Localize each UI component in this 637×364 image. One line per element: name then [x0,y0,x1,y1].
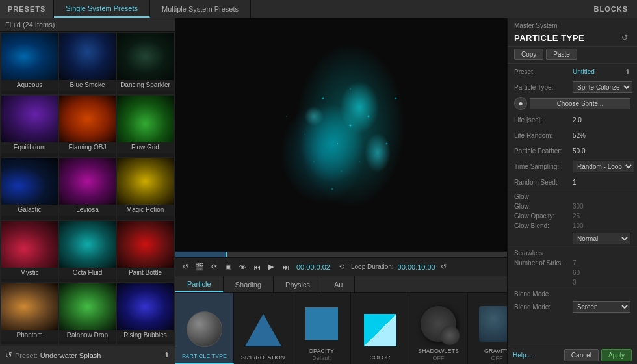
loop-btn[interactable]: ⟳ [208,261,220,273]
glow-blend-value: 100 [573,222,592,229]
preset-label-phantom: Phantom [1,330,58,341]
save-icon[interactable]: ⬆ [164,351,170,359]
preset-save-icon[interactable]: ⬆ [625,68,630,76]
preset-item-paintbottle[interactable]: Paint Bottle [117,221,174,282]
next-frame[interactable]: ⏭ [280,261,291,273]
particle-type-row: Particle Type: Sprite Colorize Sprite Po… [508,79,637,95]
choose-sprite-btn[interactable]: Choose Sprite... [530,98,630,109]
panel-title: PARTICLE TYPE [514,33,619,43]
copy-paste-row: Copy Paste [508,47,637,64]
bottom-icon-sublabel-gravity: OFF [491,355,503,361]
preset-item-mystic[interactable]: Mystic [1,221,58,282]
camera-btn[interactable]: 🎬 [194,261,205,273]
blend-mode-label: Blend Mode: [514,304,573,311]
copy-button[interactable]: Copy [514,49,543,60]
bottom-icon-size-rotation[interactable]: SIZE/ROTATION [234,293,292,364]
preset-item-equilibrium[interactable]: Equilibrium [1,96,58,157]
num-strokes-label: Number of Strks: [514,259,573,266]
glow-mode-row: Normal Screen [508,231,637,246]
play-btn[interactable]: ▶ [265,261,277,273]
life-row: Life [sec]: 2.0 [508,112,637,127]
blend-mode-select[interactable]: Screen Normal Add [573,301,630,313]
playback-bar: ↺ 🎬 ⟳ ▣ 👁 ⏮ ▶ ⏭ 00:00:0:02 ⟲ Loop Durati… [176,257,507,276]
preset-label-paintbottle: Paint Bottle [117,268,174,279]
bottom-tab-shading[interactable]: Shading [224,276,274,292]
loop-duration: 00:00:10:00 [398,263,436,271]
random-seed-value: 1 [573,179,630,186]
preset-row: Preset: Untitled ⬆ [508,64,637,79]
glow-mode-select[interactable]: Normal Screen [573,233,630,244]
preset-field-label: Preset: [514,68,573,75]
glow-opacity-value: 25 [573,213,592,220]
bottom-icon-label-size-rotation: SIZE/ROTATION [241,354,285,361]
preset-label-magicpotion: Magic Potion [117,205,174,216]
cancel-button[interactable]: Cancel [564,349,599,361]
particle-type-select[interactable]: Sprite Colorize Sprite Point [573,81,632,93]
bottom-tab-particle[interactable]: Particle [176,276,224,292]
bottom-icon-shadowlets[interactable]: SHADOWLETSOFF [410,293,468,364]
life-label: Life [sec]: [514,116,573,124]
right-panel: Master System PARTICLE TYPE ↺ Copy Paste… [507,18,637,364]
current-preset-name: Underwater Splash [40,352,101,359]
view-btn[interactable]: 👁 [237,261,248,273]
scrawlers-section-header: Scrawlers [508,246,637,258]
preset-item-magicpotion[interactable]: Magic Potion [117,158,174,219]
top-bar: PRESETS Single System Presets Multiple S… [0,0,637,18]
bottom-tab-physics[interactable]: Physics [274,276,322,292]
refresh-icon[interactable]: ↺ [5,350,12,360]
particle-type-label: Particle Type: [514,84,573,91]
glow-blend-label: Glow Blend: [514,222,573,229]
presets-header: Fluid (24 Items) [0,18,175,32]
tab-single-system[interactable]: Single System Presets [54,0,150,18]
bottom-icon-gravity[interactable]: GRAVITYOFF [468,293,507,364]
viewport [176,18,507,251]
preset-label-galactic: Galactic [1,205,58,216]
preset-label-risingbubbles: Rising Bubbles [117,330,174,341]
help-link[interactable]: Help... [513,352,532,359]
bottom-tabs-row: ParticleShadingPhysicsAu [176,276,507,292]
particle-feather-row: Particle Feather: 50.0 [508,143,637,159]
life-random-label: Life Random: [514,132,573,139]
timeline-bar[interactable] [176,251,507,257]
apply-button[interactable]: Apply [601,349,632,361]
panel-refresh-btn[interactable]: ↺ [619,32,630,44]
loop-reset[interactable]: ↺ [438,261,450,273]
preset-item-flamingobj[interactable]: Flaming OBJ [59,96,116,157]
glow-value: 300 [573,203,592,210]
prev-frame[interactable]: ⏮ [251,261,263,273]
blend-mode-section-header: Blend Mode [508,287,637,299]
bottom-icon-sublabel-opacity: Default [312,355,331,361]
preset-item-bluesmoke[interactable]: Blue Smoke [59,33,116,94]
bottom-icon-opacity[interactable]: OPACITYDefault [292,293,351,364]
tab-multiple-system[interactable]: Multiple System Presets [150,0,251,18]
preset-item-risingbubbles[interactable]: Rising Bubbles [117,283,174,344]
preset-item-galactic[interactable]: Galactic [1,158,58,219]
preset-label-flamingobj: Flaming OBJ [59,142,116,153]
bottom-icon-particle-type[interactable]: PARTICLE TYPE [176,293,234,364]
life-random-row: Life Random: 52% [508,127,637,143]
bottom-icon-color[interactable]: COLOR [351,293,410,364]
reset-btn[interactable]: ↺ [179,261,191,273]
preset-label-aqueous: Aqueous [1,80,58,91]
center-panel: ↺ 🎬 ⟳ ▣ 👁 ⏮ ▶ ⏭ 00:00:0:02 ⟲ Loop Durati… [176,18,507,364]
stop-btn[interactable]: ▣ [222,261,234,273]
sprite-row: ● Choose Sprite... [508,95,637,112]
time-sampling-label: Time Sampling: [514,163,573,170]
preset-item-aqueous[interactable]: Aqueous [1,33,58,94]
preset-item-octafluid[interactable]: Octa Fluid [59,221,116,282]
bottom-icon-label-color: COLOR [369,354,390,361]
time-sampling-select[interactable]: Random - Loop Sequential [573,161,634,172]
presets-label: PRESETS [0,0,53,18]
preset-item-flowgrid[interactable]: Flow Grid [117,96,174,157]
particle-dots [250,44,432,226]
preset-item-leviosa[interactable]: Leviosa [59,158,116,219]
bottom-tab-aux[interactable]: Au [322,276,355,292]
preset-item-rainbowdrop[interactable]: Rainbow Drop [59,283,116,344]
stroke-width-value: 0 [573,279,592,286]
preset-label-mystic: Mystic [1,268,58,279]
preset-field-value: Untitled [573,68,625,75]
paste-button[interactable]: Paste [546,49,577,60]
preset-item-dancing[interactable]: Dancing Sparkler [117,33,174,94]
preset-item-phantom[interactable]: Phantom [1,283,58,344]
loop-toggle[interactable]: ⟲ [335,261,347,273]
